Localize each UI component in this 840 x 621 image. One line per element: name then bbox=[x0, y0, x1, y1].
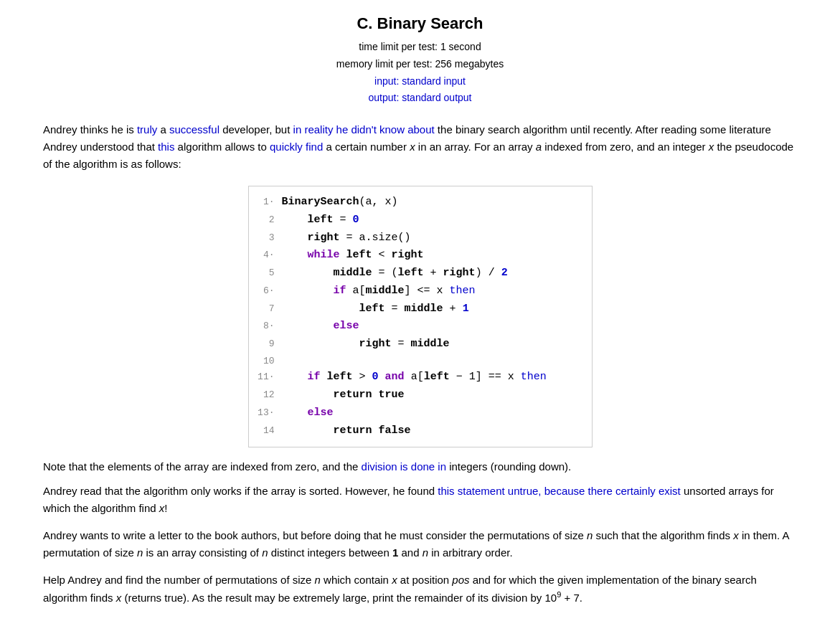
time-limit: time limit per test: 1 second bbox=[43, 39, 797, 56]
code-line-9: 9 right = middle bbox=[256, 336, 577, 354]
input-type: input: standard input bbox=[43, 73, 797, 90]
pseudocode-block: 1· BinarySearch(a, x) 2 left = 0 3 right… bbox=[248, 186, 593, 447]
code-line-6: 6· if a[middle] <= x then bbox=[256, 283, 577, 300]
code-line-1: 1· BinarySearch(a, x) bbox=[256, 194, 577, 212]
output-type: output: standard output bbox=[43, 90, 797, 107]
page-title: C. Binary Search bbox=[43, 14, 797, 33]
code-line-12: 12 return true bbox=[256, 387, 577, 404]
code-line-11: 11· if left > 0 and a[left − 1] == x the… bbox=[256, 369, 577, 387]
meta-info: time limit per test: 1 second memory lim… bbox=[43, 39, 797, 107]
para4: Help Andrey and find the number of permu… bbox=[43, 572, 797, 607]
para3: Andrey wants to write a letter to the bo… bbox=[43, 527, 797, 561]
code-line-4: 4· while left < right bbox=[256, 247, 577, 265]
note-paragraph: Note that the elements of the array are … bbox=[43, 460, 797, 473]
code-line-13: 13· else bbox=[256, 404, 577, 422]
code-block-wrapper: 1· BinarySearch(a, x) 2 left = 0 3 right… bbox=[43, 186, 797, 447]
para2: Andrey read that the algorithm only work… bbox=[43, 483, 797, 517]
code-line-3: 3 right = a.size() bbox=[256, 229, 577, 247]
code-line-2: 2 left = 0 bbox=[256, 212, 577, 229]
code-line-14: 14 return false bbox=[256, 422, 577, 440]
code-line-5: 5 middle = (left + right) / 2 bbox=[256, 265, 577, 283]
code-line-8: 8· else bbox=[256, 318, 577, 336]
code-line-7: 7 left = middle + 1 bbox=[256, 300, 577, 318]
memory-limit: memory limit per test: 256 megabytes bbox=[43, 56, 797, 73]
code-line-10: 10 bbox=[256, 354, 577, 369]
intro-paragraph: Andrey thinks he is truly a successful d… bbox=[43, 121, 797, 173]
